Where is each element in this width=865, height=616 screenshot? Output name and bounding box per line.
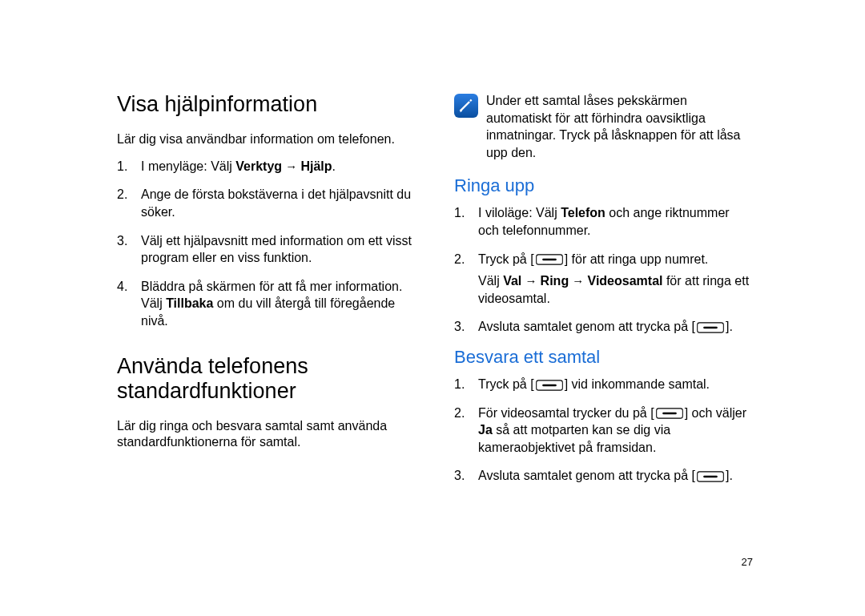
manual-page: Visa hjälpinformation Lär dig visa använ… bbox=[117, 92, 753, 496]
list-item: Avsluta samtalet genom att trycka på []. bbox=[454, 467, 753, 485]
svg-rect-7 bbox=[662, 413, 677, 415]
end-key-icon bbox=[697, 471, 724, 482]
list-item: Tryck på [] för att ringa upp numret. Vä… bbox=[454, 251, 753, 308]
heading-basic-functions: Använda telefonens standardfunktioner bbox=[117, 354, 416, 404]
list-item: Avsluta samtalet genom att trycka på []. bbox=[454, 318, 753, 336]
text: ] vid inkommande samtal. bbox=[565, 377, 710, 391]
arrow-icon: → bbox=[569, 274, 587, 288]
text: ]. bbox=[726, 320, 733, 333]
list-item: Bläddra på skärmen för att få mer inform… bbox=[117, 278, 416, 330]
help-steps: I menyläge: Välj Verktyg → Hjälp. Ange d… bbox=[117, 158, 416, 330]
answer-steps: Tryck på [] vid inkommande samtal. För v… bbox=[454, 376, 753, 485]
page-number: 27 bbox=[742, 556, 753, 568]
list-item: I viloläge: Välj Telefon och ange riktnu… bbox=[454, 204, 753, 239]
text: . bbox=[332, 159, 336, 173]
text: Avsluta samtalet genom att trycka på [ bbox=[478, 320, 695, 333]
text: För videosamtal trycker du på [ bbox=[478, 406, 654, 420]
heading-help-info: Visa hjälpinformation bbox=[117, 92, 416, 117]
text: så att motparten kan se dig via kameraob… bbox=[478, 423, 670, 454]
bold-text: Val bbox=[503, 274, 521, 288]
bold-text: Ja bbox=[478, 423, 493, 437]
text: ] för att ringa upp numret. bbox=[565, 252, 709, 266]
list-item: Ange de första bokstäverna i det hjälpav… bbox=[117, 186, 416, 220]
list-item: Tryck på [] vid inkommande samtal. bbox=[454, 376, 753, 393]
bold-text: Telefon bbox=[561, 206, 606, 219]
text: Avsluta samtalet genom att trycka på [ bbox=[478, 469, 695, 482]
text: I viloläge: Välj bbox=[478, 206, 561, 219]
svg-rect-3 bbox=[703, 327, 718, 329]
heading-call: Ringa upp bbox=[454, 175, 753, 196]
heading-answer: Besvara ett samtal bbox=[454, 347, 753, 368]
text: ] och väljer bbox=[685, 406, 746, 420]
arrow-icon: → bbox=[282, 159, 300, 173]
text: Tryck på [ bbox=[478, 252, 534, 266]
call-steps: I viloläge: Välj Telefon och ange riktnu… bbox=[454, 204, 753, 336]
note-icon bbox=[454, 94, 478, 118]
arrow-icon: → bbox=[521, 274, 540, 288]
bold-text: Tillbaka bbox=[166, 296, 213, 310]
bold-text: Videosamtal bbox=[588, 274, 663, 288]
list-item: Välj ett hjälpavsnitt med information om… bbox=[117, 232, 416, 267]
intro-help: Lär dig visa användbar information om te… bbox=[117, 131, 416, 148]
bold-text: Ring bbox=[541, 274, 569, 288]
left-column: Visa hjälpinformation Lär dig visa använ… bbox=[117, 92, 416, 496]
list-item: I menyläge: Välj Verktyg → Hjälp. bbox=[117, 158, 416, 175]
text: Tryck på [ bbox=[478, 377, 534, 391]
list-item: För videosamtal trycker du på [] och väl… bbox=[454, 405, 753, 457]
svg-rect-1 bbox=[542, 259, 557, 261]
call-key-icon bbox=[536, 254, 563, 265]
svg-rect-9 bbox=[703, 476, 718, 478]
note-text: Under ett samtal låses pekskärmen automa… bbox=[486, 92, 753, 161]
intro-basic: Lär dig ringa och besvara samtal samt an… bbox=[117, 418, 416, 452]
call-key-icon bbox=[656, 408, 683, 419]
bold-text: Hjälp bbox=[300, 159, 332, 173]
text: ]. bbox=[726, 469, 733, 482]
sub-text: Välj Val → Ring → Videosamtal för att ri… bbox=[478, 272, 753, 307]
text: Välj bbox=[478, 274, 503, 288]
svg-rect-5 bbox=[542, 384, 557, 386]
call-key-icon bbox=[536, 380, 563, 391]
bold-text: Verktyg bbox=[235, 159, 282, 173]
text: I menyläge: Välj bbox=[141, 159, 235, 173]
end-key-icon bbox=[697, 322, 724, 333]
right-column: Under ett samtal låses pekskärmen automa… bbox=[454, 92, 753, 496]
note-box: Under ett samtal låses pekskärmen automa… bbox=[454, 92, 753, 161]
